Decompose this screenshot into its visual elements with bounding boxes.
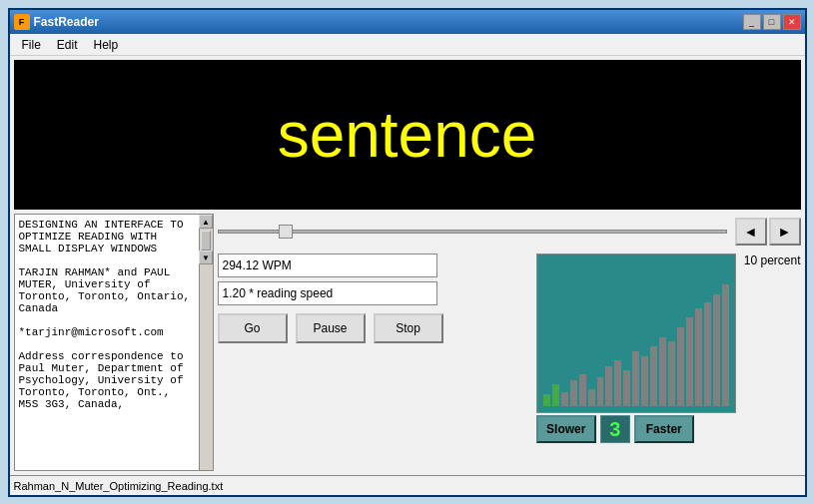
chart-bars <box>543 262 729 406</box>
display-text: sentence <box>278 98 537 172</box>
scrollbar-up-button[interactable]: ▲ <box>199 215 213 229</box>
title-bar: F FastReader _ □ ✕ <box>10 10 805 34</box>
chart-bar <box>713 294 720 406</box>
chart-bar <box>659 337 666 406</box>
chart-bar <box>588 389 595 406</box>
nav-next-button[interactable]: ► <box>769 218 801 246</box>
speed-controls: Slower 3 Faster <box>536 415 801 443</box>
inputs-col <box>218 253 528 305</box>
chart-bar <box>561 392 568 406</box>
faster-button[interactable]: Faster <box>634 415 694 443</box>
chart-bar <box>605 366 612 406</box>
go-button[interactable]: Go <box>218 313 288 343</box>
slider-track[interactable] <box>218 230 727 234</box>
window-title: FastReader <box>34 15 99 29</box>
chart-bar <box>650 346 657 406</box>
main-window: F FastReader _ □ ✕ File Edit Help senten… <box>8 8 807 497</box>
bottom-section: ▲ ▼ ◄ ► <box>14 214 801 471</box>
speed-value-display: 3 <box>600 415 630 443</box>
slider-area: ◄ ► <box>218 214 801 250</box>
inputs-and-buttons: Go Pause Stop <box>218 253 528 343</box>
scrollbar-down-button[interactable]: ▼ <box>199 251 213 264</box>
minimize-button[interactable]: _ <box>743 14 761 30</box>
chart-bar <box>668 341 675 406</box>
scrollbar-thumb[interactable] <box>201 231 211 251</box>
chart-bar <box>704 302 711 406</box>
percent-label: 10 percent <box>744 253 801 267</box>
chart-bar <box>641 356 648 406</box>
action-buttons-row: Go Pause Stop <box>218 313 528 343</box>
slower-button[interactable]: Slower <box>536 415 596 443</box>
menu-bar: File Edit Help <box>10 34 805 56</box>
maximize-button[interactable]: □ <box>763 14 781 30</box>
app-icon: F <box>14 14 30 30</box>
chart-bar <box>552 384 559 406</box>
title-controls: _ □ ✕ <box>743 14 801 30</box>
nav-prev-button[interactable]: ◄ <box>735 218 767 246</box>
chart-bar <box>614 360 621 406</box>
chart-container: 10 percent Slower 3 Faster <box>536 253 801 443</box>
menu-file[interactable]: File <box>14 36 49 54</box>
controls-row: Go Pause Stop 10 percent <box>218 253 801 443</box>
speed-formula-input[interactable] <box>218 281 437 305</box>
text-panel-wrapper: ▲ ▼ <box>14 214 214 471</box>
chart-bar <box>570 380 577 406</box>
status-bar: Rahman_N_Muter_Optimizing_Reading.txt <box>10 475 805 495</box>
scrollbar: ▲ ▼ <box>199 215 213 470</box>
chart-bar <box>722 284 729 406</box>
nav-buttons: ◄ ► <box>735 218 801 246</box>
chart-header: 10 percent <box>536 253 801 413</box>
main-content: sentence ▲ ▼ <box>10 56 805 475</box>
menu-edit[interactable]: Edit <box>49 36 86 54</box>
chart-area <box>536 253 736 413</box>
chart-bar <box>677 327 684 406</box>
wpm-input[interactable] <box>218 253 437 277</box>
menu-help[interactable]: Help <box>86 36 127 54</box>
chart-bar <box>632 351 639 406</box>
chart-bar <box>597 377 604 406</box>
close-button[interactable]: ✕ <box>783 14 801 30</box>
chart-bar <box>543 394 550 406</box>
chart-bar <box>623 370 630 406</box>
title-bar-left: F FastReader <box>14 14 99 30</box>
chart-bar <box>579 374 586 406</box>
chart-bar <box>686 317 693 406</box>
right-section: ◄ ► Go Pause Stop <box>218 214 801 471</box>
pause-button[interactable]: Pause <box>296 313 366 343</box>
status-filename: Rahman_N_Muter_Optimizing_Reading.txt <box>14 480 224 492</box>
display-area: sentence <box>14 60 801 210</box>
chart-bar <box>695 308 702 406</box>
text-area[interactable] <box>15 215 199 470</box>
stop-button[interactable]: Stop <box>374 313 443 343</box>
slider-thumb[interactable] <box>279 225 293 239</box>
